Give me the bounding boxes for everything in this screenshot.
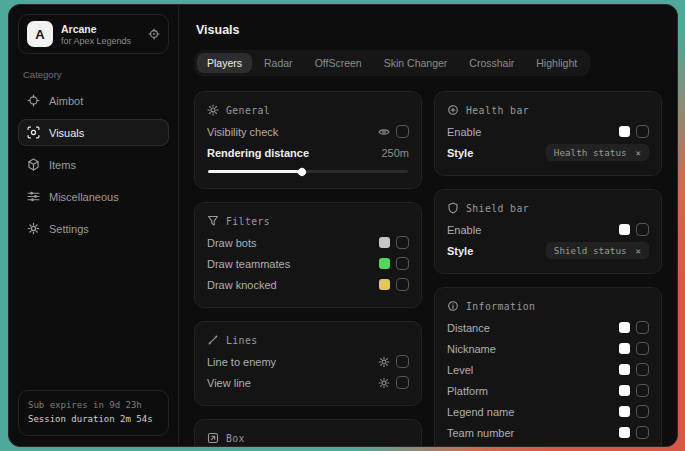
checkbox[interactable] [636, 363, 649, 376]
setting-row-team-number: Team number [447, 422, 649, 443]
checkbox[interactable] [636, 405, 649, 418]
setting-row-visibility-check: Visibility check [207, 121, 409, 142]
setting-row-platform: Platform [447, 380, 649, 401]
app-name: Arcane [61, 23, 131, 35]
checkbox[interactable] [636, 321, 649, 334]
setting-row-rendering-distance: Rendering distance250m [207, 142, 409, 163]
panel-header: Box [207, 432, 409, 444]
slider-fill [208, 170, 302, 173]
color-swatch[interactable] [619, 385, 630, 396]
panel-information: InformationDistanceNicknameLevelPlatform… [434, 287, 662, 446]
panel-health-bar: Health barEnableStyleHealth status✕ [434, 91, 662, 176]
panel-title: Filters [226, 216, 270, 227]
tab-players[interactable]: Players [197, 53, 252, 73]
sidebar-item-settings[interactable]: Settings [18, 215, 169, 242]
panel-columns: GeneralVisibility checkRendering distanc… [194, 91, 662, 446]
info-icon [447, 300, 459, 312]
panel-header: Health bar [447, 104, 649, 116]
panel-header: Information [447, 300, 649, 312]
health-icon [447, 104, 459, 116]
setting-label: Draw teammates [207, 258, 290, 270]
panel-header: Lines [207, 334, 409, 346]
slider-knob[interactable] [296, 166, 307, 177]
setting-label: Enable [447, 224, 481, 236]
checkbox[interactable] [396, 257, 409, 270]
panel-header: Filters [207, 215, 409, 227]
panel-column-2: Health barEnableStyleHealth status✕Shiel… [434, 91, 662, 446]
checkbox[interactable] [396, 125, 409, 138]
row-controls [378, 355, 409, 368]
color-swatch[interactable] [379, 279, 390, 290]
row-controls [619, 405, 649, 418]
app-window: A Arcane for Apex Legends Category Aimbo… [8, 4, 678, 447]
main-content: Visuals PlayersRadarOffScreenSkin Change… [179, 5, 677, 446]
eye-icon[interactable] [378, 126, 390, 138]
line-icon [207, 334, 219, 346]
target-icon[interactable] [148, 28, 160, 40]
sidebar-item-label: Visuals [49, 127, 84, 139]
color-swatch[interactable] [379, 237, 390, 248]
color-swatch[interactable] [619, 406, 630, 417]
style-select-value: Health status [554, 147, 627, 158]
tab-radar[interactable]: Radar [254, 53, 303, 73]
tab-skin-changer[interactable]: Skin Changer [374, 53, 458, 73]
style-select[interactable]: Health status✕ [546, 144, 649, 161]
checkbox[interactable] [636, 426, 649, 439]
panel-filters: FiltersDraw botsDraw teammatesDraw knock… [194, 202, 422, 308]
tab-highlight[interactable]: Highlight [526, 53, 587, 73]
color-swatch[interactable] [619, 364, 630, 375]
checkbox[interactable] [636, 384, 649, 397]
app-subtitle: for Apex Legends [61, 36, 131, 46]
row-controls [619, 363, 649, 376]
rendering-distance-slider[interactable] [208, 170, 408, 173]
setting-label: Style [447, 245, 473, 257]
checkbox[interactable] [396, 278, 409, 291]
checkbox[interactable] [396, 355, 409, 368]
setting-row-level: Level [447, 359, 649, 380]
row-controls [619, 342, 649, 355]
sidebar-item-items[interactable]: Items [18, 151, 169, 178]
panel-header: Shield bar [447, 202, 649, 214]
tab-crosshair[interactable]: Crosshair [459, 53, 524, 73]
setting-row-style: StyleShield status✕ [447, 240, 649, 261]
box-icon [207, 432, 219, 444]
sidebar-item-visuals[interactable]: Visuals [18, 119, 169, 146]
setting-value: 250m [381, 147, 409, 159]
sidebar-item-aimbot[interactable]: Aimbot [18, 87, 169, 114]
page-title: Visuals [196, 23, 660, 37]
gear-small-icon[interactable] [378, 356, 390, 368]
panel-header: General [207, 104, 409, 116]
checkbox[interactable] [636, 342, 649, 355]
sidebar-nav: AimbotVisualsItemsMiscellaneousSettings [18, 87, 169, 247]
close-icon[interactable]: ✕ [636, 246, 641, 256]
color-swatch[interactable] [619, 126, 630, 137]
brand-text: Arcane for Apex Legends [61, 23, 131, 46]
setting-row-draw-knocked: Draw knocked [207, 274, 409, 295]
style-select[interactable]: Shield status✕ [546, 242, 649, 259]
sun-icon [207, 104, 219, 116]
row-controls [378, 125, 409, 138]
panel-title: General [226, 105, 270, 116]
sidebar-item-miscellaneous[interactable]: Miscellaneous [18, 183, 169, 210]
checkbox[interactable] [396, 236, 409, 249]
checkbox[interactable] [396, 376, 409, 389]
checkbox[interactable] [636, 223, 649, 236]
gear-icon [27, 222, 40, 235]
close-icon[interactable]: ✕ [636, 148, 641, 158]
panel-shield-bar: Shield barEnableStyleShield status✕ [434, 189, 662, 274]
row-controls [379, 278, 409, 291]
color-swatch[interactable] [619, 427, 630, 438]
checkbox[interactable] [636, 125, 649, 138]
gear-small-icon[interactable] [378, 377, 390, 389]
setting-row-view-line: View line [207, 372, 409, 393]
setting-label: View line [207, 377, 251, 389]
color-swatch[interactable] [619, 224, 630, 235]
color-swatch[interactable] [619, 343, 630, 354]
color-swatch[interactable] [379, 258, 390, 269]
tab-offscreen[interactable]: OffScreen [305, 53, 372, 73]
panel-title: Box [226, 433, 245, 444]
panel-box: BoxEnableEnable background [194, 419, 422, 446]
color-swatch[interactable] [619, 322, 630, 333]
app-logo: A [27, 21, 53, 47]
row-controls [619, 384, 649, 397]
